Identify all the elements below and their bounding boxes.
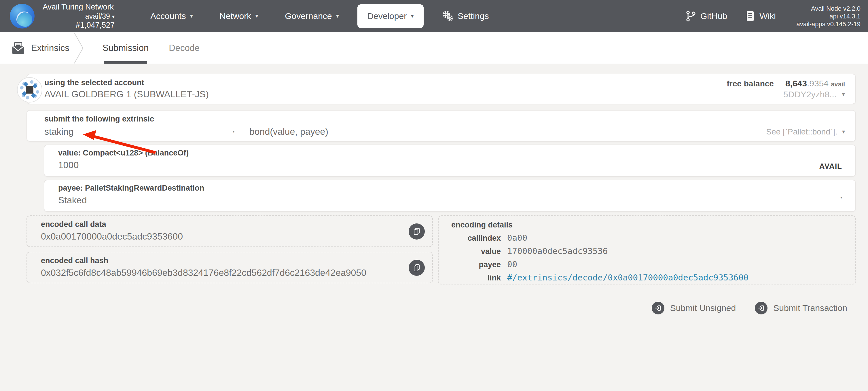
encoded-call-data-value: 0x0a00170000a0dec5adc9353600 <box>41 231 421 242</box>
main-nav: Accounts▾ Network▾ Governance▾ Developer… <box>141 0 498 32</box>
param-payee-value[interactable]: Staked <box>58 195 843 205</box>
copy-icon <box>413 264 421 272</box>
tab-decode[interactable]: Decode <box>169 32 199 64</box>
account-label: using the selected account <box>44 78 209 87</box>
extrinsic-card: submit the following extrinsic staking ▾… <box>27 110 856 142</box>
detail-key-callindex: callindex <box>451 234 501 243</box>
chevron-down-icon: ▾ <box>233 130 235 134</box>
block-number[interactable]: #1,047,527 <box>76 21 115 30</box>
nav-governance[interactable]: Governance▾ <box>275 0 349 32</box>
account-address[interactable]: 5DDY2yzh8...▾ <box>783 90 845 99</box>
pallet-select[interactable]: staking ▾ <box>44 126 235 137</box>
balance-unit: avail <box>831 80 845 88</box>
encoding-details-title: encoding details <box>451 221 844 229</box>
nav-network[interactable]: Network▾ <box>210 0 268 32</box>
copy-icon <box>413 227 421 235</box>
copy-call-hash-button[interactable] <box>409 260 425 276</box>
nav-settings[interactable]: Settings <box>432 0 498 32</box>
encoded-call-data-label: encoded call data <box>41 220 421 229</box>
param-value-unit: AVAIL <box>819 162 842 171</box>
free-balance: free balance 8,643.9354avail <box>726 78 845 88</box>
detail-value-callindex: 0a00 <box>507 233 844 243</box>
nav-developer[interactable]: Developer▾ <box>358 4 424 28</box>
submit-unsigned-button[interactable]: Submit Unsigned <box>652 302 736 315</box>
github-icon <box>686 10 696 22</box>
tab-bar: Extrinsics Submission Decode <box>0 32 868 64</box>
main-content: using the selected account AVAIL GOLDBER… <box>0 64 868 315</box>
submit-transaction-button[interactable]: Submit Transaction <box>755 302 847 315</box>
encoded-call-hash-label: encoded call hash <box>41 256 421 265</box>
network-name: Avail Turing Network <box>42 2 114 12</box>
chevron-down-icon[interactable]: ▾ <box>840 195 842 199</box>
version-info: Avail Node v2.2.0 api v14.3.1 avail-apps… <box>794 5 861 28</box>
account-name: AVAIL GOLDBERG 1 (SUBWALLET-JS) <box>44 89 209 100</box>
sign-in-icon <box>652 302 664 315</box>
decode-link[interactable]: #/extrinsics/decode/0x0a00170000a0dec5ad… <box>507 273 844 283</box>
balance-fraction: .9354 <box>807 78 829 88</box>
method-doc-text: See [`Pallet::bond`]. <box>766 127 837 136</box>
breadcrumb-divider <box>72 32 85 64</box>
balance-integer: 8,643 <box>785 78 807 88</box>
apps-version: avail-apps v0.145.2-19 <box>794 20 861 28</box>
brand[interactable]: Avail Turing Network avail/39 ▾ #1,047,5… <box>0 2 115 30</box>
chevron-down-icon: ▾ <box>255 12 258 20</box>
account-identicon <box>17 77 42 103</box>
param-value-input[interactable]: 1000 <box>58 160 843 170</box>
extrinsics-icon <box>11 42 25 54</box>
param-value-label: value: Compact<u128> (BalanceOf) <box>58 149 843 158</box>
top-header: Avail Turing Network avail/39 ▾ #1,047,5… <box>0 0 868 32</box>
avail-logo-icon <box>10 4 35 29</box>
github-link[interactable]: GitHub <box>686 10 727 22</box>
param-payee-label: payee: PalletStakingRewardDestination <box>58 184 843 193</box>
method-select[interactable]: bond(value, payee) See [`Pallet::bond`].… <box>249 126 845 137</box>
extrinsic-label: submit the following extrinsic <box>44 115 845 124</box>
encoded-call-hash-value: 0x032f5c6fd8c48ab59946b69eb3d8324176e8f2… <box>41 267 421 278</box>
encoded-call-data-box: encoded call data 0x0a00170000a0dec5adc9… <box>27 215 433 247</box>
param-payee-field[interactable]: payee: PalletStakingRewardDestination St… <box>44 180 856 212</box>
encoding-details-box: encoding details callindex 0a00 value 17… <box>438 215 856 285</box>
detail-value-value: 170000a0dec5adc93536 <box>507 246 844 256</box>
tab-submission[interactable]: Submission <box>102 32 149 64</box>
node-version: Avail Node v2.2.0 <box>794 5 861 12</box>
book-icon <box>746 10 755 22</box>
chevron-down-icon: ▾ <box>842 90 845 98</box>
chevron-down-icon: ▾ <box>190 12 193 20</box>
free-balance-label: free balance <box>726 79 774 88</box>
chevron-down-icon: ▾ <box>842 128 845 135</box>
chain-spec[interactable]: avail/39 ▾ <box>85 12 115 21</box>
sign-in-icon <box>755 302 768 315</box>
wiki-link[interactable]: Wiki <box>746 10 776 22</box>
tabs: Submission Decode <box>102 32 199 64</box>
method-value: bond(value, payee) <box>249 126 328 137</box>
nav-accounts[interactable]: Accounts▾ <box>141 0 203 32</box>
detail-key-value: value <box>451 247 501 256</box>
api-version: api v14.3.1 <box>794 12 861 20</box>
section-head: Extrinsics <box>0 32 72 64</box>
chevron-down-icon: ▾ <box>336 12 339 20</box>
chevron-down-icon: ▾ <box>411 12 414 20</box>
param-value-field[interactable]: value: Compact<u128> (BalanceOf) 1000 AV… <box>44 144 856 177</box>
chevron-down-icon: ▾ <box>112 14 115 20</box>
copy-call-data-button[interactable] <box>409 223 425 239</box>
section-title: Extrinsics <box>31 43 69 53</box>
encoded-call-hash-box: encoded call hash 0x032f5c6fd8c48ab59946… <box>27 252 433 283</box>
pallet-value: staking <box>44 126 73 137</box>
gear-icon <box>442 11 454 22</box>
account-selector[interactable]: using the selected account AVAIL GOLDBER… <box>27 74 856 104</box>
detail-key-payee: payee <box>451 260 501 269</box>
detail-key-link: link <box>451 273 501 283</box>
detail-value-payee: 00 <box>507 259 844 269</box>
